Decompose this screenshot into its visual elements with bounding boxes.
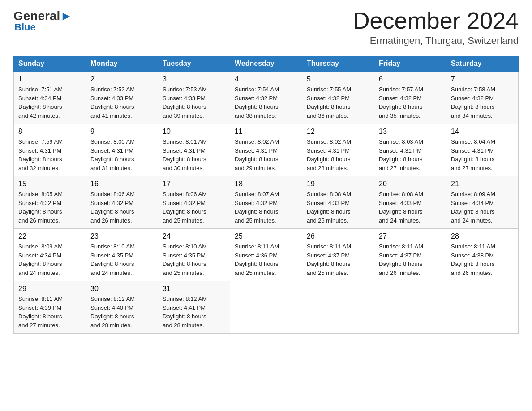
day-number: 5: [307, 75, 369, 83]
calendar-cell: 15 Sunrise: 8:05 AM Sunset: 4:32 PM Dayl…: [14, 176, 86, 229]
day-number: 27: [379, 232, 442, 240]
daylight-label: Daylight: 8 hoursand 27 minutes.: [18, 313, 62, 329]
daylight-label: Daylight: 8 hoursand 41 minutes.: [90, 103, 134, 119]
sunset-label: Sunset: 4:32 PM: [451, 95, 494, 102]
calendar-cell: 21 Sunrise: 8:09 AM Sunset: 4:34 PM Dayl…: [446, 176, 519, 229]
sunrise-label: Sunrise: 8:02 AM: [307, 138, 351, 145]
daylight-label: Daylight: 8 hoursand 28 minutes.: [90, 313, 134, 329]
day-info: Sunrise: 8:12 AM Sunset: 4:40 PM Dayligh…: [90, 295, 153, 330]
sunset-label: Sunset: 4:32 PM: [90, 200, 133, 206]
daylight-label: Daylight: 8 hoursand 39 minutes.: [163, 103, 206, 119]
calendar-cell: 20 Sunrise: 8:08 AM Sunset: 4:33 PM Dayl…: [374, 176, 446, 229]
day-info: Sunrise: 7:55 AM Sunset: 4:32 PM Dayligh…: [307, 85, 369, 120]
calendar-cell: 27 Sunrise: 8:11 AM Sunset: 4:37 PM Dayl…: [374, 229, 446, 281]
day-info: Sunrise: 8:05 AM Sunset: 4:32 PM Dayligh…: [18, 190, 81, 225]
sunset-label: Sunset: 4:41 PM: [163, 304, 206, 311]
day-info: Sunrise: 8:07 AM Sunset: 4:32 PM Dayligh…: [235, 190, 297, 225]
sunset-label: Sunset: 4:31 PM: [163, 147, 206, 154]
day-number: 8: [18, 128, 81, 136]
daylight-label: Daylight: 8 hoursand 25 minutes.: [235, 208, 279, 224]
sunset-label: Sunset: 4:39 PM: [18, 304, 61, 311]
calendar-cell: 4 Sunrise: 7:54 AM Sunset: 4:32 PM Dayli…: [230, 72, 302, 124]
sunset-label: Sunset: 4:37 PM: [379, 252, 422, 259]
sunset-label: Sunset: 4:35 PM: [90, 252, 133, 259]
calendar-cell: 30 Sunrise: 8:12 AM Sunset: 4:40 PM Dayl…: [86, 281, 158, 334]
daylight-label: Daylight: 8 hoursand 34 minutes.: [451, 103, 495, 119]
daylight-label: Daylight: 8 hoursand 36 minutes.: [307, 103, 351, 119]
sunset-label: Sunset: 4:31 PM: [18, 147, 61, 154]
day-number: 9: [90, 128, 153, 136]
col-wednesday: Wednesday: [230, 56, 302, 72]
daylight-label: Daylight: 8 hoursand 26 minutes.: [451, 261, 495, 276]
calendar-cell: 29 Sunrise: 8:11 AM Sunset: 4:39 PM Dayl…: [14, 281, 86, 334]
sunrise-label: Sunrise: 8:11 AM: [235, 243, 279, 250]
calendar-cell: 8 Sunrise: 7:59 AM Sunset: 4:31 PM Dayli…: [14, 124, 86, 176]
sunset-label: Sunset: 4:32 PM: [235, 200, 278, 206]
calendar-cell: 12 Sunrise: 8:02 AM Sunset: 4:31 PM Dayl…: [302, 124, 374, 176]
day-info: Sunrise: 7:51 AM Sunset: 4:34 PM Dayligh…: [18, 85, 81, 120]
day-number: 6: [379, 75, 442, 83]
daylight-label: Daylight: 8 hoursand 42 minutes.: [18, 103, 62, 119]
sunset-label: Sunset: 4:32 PM: [163, 200, 206, 206]
daylight-label: Daylight: 8 hoursand 38 minutes.: [235, 103, 279, 119]
sunset-label: Sunset: 4:31 PM: [235, 147, 278, 154]
day-info: Sunrise: 8:08 AM Sunset: 4:33 PM Dayligh…: [379, 190, 442, 225]
calendar-cell: [446, 281, 519, 334]
calendar-cell: 10 Sunrise: 8:01 AM Sunset: 4:31 PM Dayl…: [158, 124, 230, 176]
day-info: Sunrise: 7:57 AM Sunset: 4:32 PM Dayligh…: [379, 85, 442, 120]
sunrise-label: Sunrise: 8:09 AM: [451, 191, 495, 197]
sunset-label: Sunset: 4:33 PM: [90, 95, 133, 102]
sunrise-label: Sunrise: 7:59 AM: [18, 138, 63, 145]
sunrise-label: Sunrise: 8:12 AM: [163, 295, 207, 302]
daylight-label: Daylight: 8 hoursand 27 minutes.: [379, 156, 423, 171]
day-number: 18: [235, 180, 297, 188]
day-info: Sunrise: 8:11 AM Sunset: 4:37 PM Dayligh…: [307, 242, 369, 277]
sunrise-label: Sunrise: 8:10 AM: [163, 243, 207, 250]
daylight-label: Daylight: 8 hoursand 26 minutes.: [90, 208, 134, 224]
calendar-week-row: 22 Sunrise: 8:09 AM Sunset: 4:34 PM Dayl…: [14, 229, 519, 281]
sunrise-label: Sunrise: 8:11 AM: [379, 243, 423, 250]
day-number: 13: [379, 128, 442, 136]
day-number: 1: [18, 75, 81, 83]
sunrise-label: Sunrise: 8:07 AM: [235, 191, 279, 197]
location-subtitle: Ermatingen, Thurgau, Switzerland: [353, 35, 519, 47]
day-info: Sunrise: 7:52 AM Sunset: 4:33 PM Dayligh…: [90, 85, 153, 120]
calendar-cell: 2 Sunrise: 7:52 AM Sunset: 4:33 PM Dayli…: [86, 72, 158, 124]
sunset-label: Sunset: 4:32 PM: [235, 95, 278, 102]
day-number: 28: [451, 232, 514, 240]
day-info: Sunrise: 8:02 AM Sunset: 4:31 PM Dayligh…: [307, 137, 369, 172]
calendar-cell: 17 Sunrise: 8:06 AM Sunset: 4:32 PM Dayl…: [158, 176, 230, 229]
day-number: 23: [90, 232, 153, 240]
daylight-label: Daylight: 8 hoursand 26 minutes.: [18, 208, 62, 224]
calendar-cell: 23 Sunrise: 8:10 AM Sunset: 4:35 PM Dayl…: [86, 229, 158, 281]
page-header: General► Blue December 2024 Ermatingen, …: [13, 9, 519, 47]
calendar-cell: 19 Sunrise: 8:08 AM Sunset: 4:33 PM Dayl…: [302, 176, 374, 229]
calendar-week-row: 8 Sunrise: 7:59 AM Sunset: 4:31 PM Dayli…: [14, 124, 519, 176]
daylight-label: Daylight: 8 hoursand 28 minutes.: [163, 313, 206, 329]
day-info: Sunrise: 7:53 AM Sunset: 4:33 PM Dayligh…: [163, 85, 225, 120]
calendar-cell: 5 Sunrise: 7:55 AM Sunset: 4:32 PM Dayli…: [302, 72, 374, 124]
day-info: Sunrise: 8:06 AM Sunset: 4:32 PM Dayligh…: [163, 190, 225, 225]
sunrise-label: Sunrise: 8:08 AM: [379, 191, 423, 197]
sunset-label: Sunset: 4:38 PM: [451, 252, 494, 259]
daylight-label: Daylight: 8 hoursand 30 minutes.: [163, 156, 206, 171]
sunset-label: Sunset: 4:32 PM: [18, 200, 61, 206]
sunset-label: Sunset: 4:34 PM: [18, 95, 61, 102]
daylight-label: Daylight: 8 hoursand 24 minutes.: [379, 208, 423, 224]
sunset-label: Sunset: 4:31 PM: [379, 147, 422, 154]
daylight-label: Daylight: 8 hoursand 26 minutes.: [379, 261, 423, 276]
daylight-label: Daylight: 8 hoursand 25 minutes.: [163, 261, 206, 276]
logo-general: General: [13, 9, 60, 23]
sunrise-label: Sunrise: 8:01 AM: [163, 138, 207, 145]
day-number: 17: [163, 180, 225, 188]
sunset-label: Sunset: 4:31 PM: [90, 147, 133, 154]
calendar-cell: [374, 281, 446, 334]
calendar-header-row: Sunday Monday Tuesday Wednesday Thursday…: [14, 56, 519, 72]
day-info: Sunrise: 8:11 AM Sunset: 4:39 PM Dayligh…: [18, 295, 81, 330]
sunrise-label: Sunrise: 8:06 AM: [163, 191, 207, 197]
sunrise-label: Sunrise: 8:09 AM: [18, 243, 63, 250]
day-number: 12: [307, 128, 369, 136]
daylight-label: Daylight: 8 hoursand 32 minutes.: [18, 156, 62, 171]
logo: General► Blue: [13, 9, 73, 33]
title-block: December 2024 Ermatingen, Thurgau, Switz…: [353, 9, 519, 47]
